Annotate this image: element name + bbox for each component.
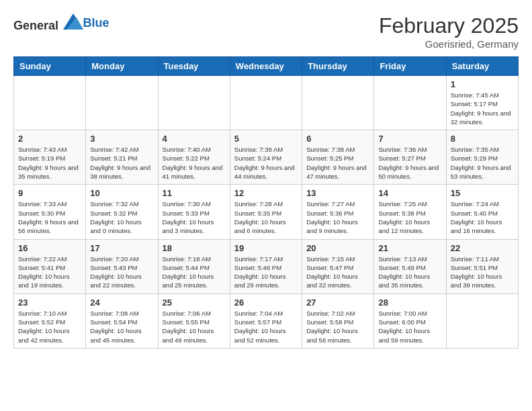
weekday-header: Wednesday: [230, 57, 302, 76]
calendar-cell: 12Sunrise: 7:28 AM Sunset: 5:35 PM Dayli…: [230, 185, 302, 239]
day-number: 23: [18, 298, 81, 308]
day-info: Sunrise: 7:43 AM Sunset: 5:19 PM Dayligh…: [18, 145, 81, 181]
day-info: Sunrise: 7:24 AM Sunset: 5:40 PM Dayligh…: [451, 199, 514, 235]
location: Goerisried, Germany: [379, 38, 519, 50]
day-number: 25: [163, 298, 226, 308]
calendar-header-row: SundayMondayTuesdayWednesdayThursdayFrid…: [14, 57, 519, 76]
day-info: Sunrise: 7:06 AM Sunset: 5:55 PM Dayligh…: [163, 309, 226, 345]
weekday-header: Monday: [86, 57, 158, 76]
day-number: 20: [306, 243, 369, 253]
calendar-cell: 18Sunrise: 7:18 AM Sunset: 5:44 PM Dayli…: [158, 239, 230, 293]
day-info: Sunrise: 7:04 AM Sunset: 5:57 PM Dayligh…: [234, 309, 298, 345]
day-info: Sunrise: 7:10 AM Sunset: 5:52 PM Dayligh…: [18, 309, 81, 345]
weekday-header: Sunday: [14, 57, 86, 76]
day-info: Sunrise: 7:00 AM Sunset: 6:00 PM Dayligh…: [378, 309, 441, 345]
day-number: 4: [163, 134, 226, 144]
logo-general: General: [13, 19, 58, 32]
calendar-cell: 8Sunrise: 7:35 AM Sunset: 5:29 PM Daylig…: [446, 130, 518, 185]
day-number: 24: [90, 298, 153, 308]
day-info: Sunrise: 7:15 AM Sunset: 5:47 PM Dayligh…: [306, 255, 369, 290]
day-info: Sunrise: 7:38 AM Sunset: 5:25 PM Dayligh…: [306, 145, 369, 181]
day-info: Sunrise: 7:36 AM Sunset: 5:27 PM Dayligh…: [378, 145, 441, 181]
logo-blue: Blue: [83, 16, 109, 30]
calendar-cell: 13Sunrise: 7:27 AM Sunset: 5:36 PM Dayli…: [302, 185, 374, 239]
calendar-cell: 22Sunrise: 7:11 AM Sunset: 5:51 PM Dayli…: [446, 239, 518, 293]
calendar-week-row: 9Sunrise: 7:33 AM Sunset: 5:30 PM Daylig…: [14, 185, 519, 239]
day-number: 3: [90, 134, 153, 144]
calendar-cell: [302, 76, 374, 130]
day-info: Sunrise: 7:22 AM Sunset: 5:41 PM Dayligh…: [18, 255, 81, 290]
day-number: 16: [18, 243, 81, 253]
day-number: 14: [378, 188, 441, 198]
calendar-cell: [14, 76, 86, 130]
day-number: 22: [451, 243, 514, 253]
day-info: Sunrise: 7:11 AM Sunset: 5:51 PM Dayligh…: [451, 255, 514, 290]
calendar-week-row: 2Sunrise: 7:43 AM Sunset: 5:19 PM Daylig…: [14, 130, 519, 185]
day-number: 12: [234, 188, 298, 198]
day-number: 18: [163, 243, 226, 253]
calendar-cell: 7Sunrise: 7:36 AM Sunset: 5:27 PM Daylig…: [374, 130, 446, 185]
calendar-cell: 6Sunrise: 7:38 AM Sunset: 5:25 PM Daylig…: [302, 130, 374, 185]
logo-icon: [63, 13, 83, 30]
day-info: Sunrise: 7:30 AM Sunset: 5:33 PM Dayligh…: [163, 199, 226, 235]
calendar-cell: 2Sunrise: 7:43 AM Sunset: 5:19 PM Daylig…: [14, 130, 86, 185]
day-number: 7: [378, 134, 441, 144]
calendar-cell: 19Sunrise: 7:17 AM Sunset: 5:46 PM Dayli…: [230, 239, 302, 293]
calendar-cell: [158, 76, 230, 130]
page-header: General Blue February 2025 Goerisried, G…: [13, 13, 519, 50]
day-info: Sunrise: 7:25 AM Sunset: 5:38 PM Dayligh…: [378, 199, 441, 235]
calendar-cell: 17Sunrise: 7:20 AM Sunset: 5:43 PM Dayli…: [86, 239, 158, 293]
calendar-cell: 26Sunrise: 7:04 AM Sunset: 5:57 PM Dayli…: [230, 293, 302, 348]
day-number: 19: [234, 243, 298, 253]
day-info: Sunrise: 7:27 AM Sunset: 5:36 PM Dayligh…: [306, 199, 369, 235]
day-info: Sunrise: 7:45 AM Sunset: 5:17 PM Dayligh…: [451, 91, 514, 126]
calendar-cell: 23Sunrise: 7:10 AM Sunset: 5:52 PM Dayli…: [14, 293, 86, 348]
day-info: Sunrise: 7:28 AM Sunset: 5:35 PM Dayligh…: [234, 199, 298, 235]
day-info: Sunrise: 7:42 AM Sunset: 5:21 PM Dayligh…: [90, 145, 153, 181]
day-number: 11: [163, 188, 226, 198]
calendar-cell: 15Sunrise: 7:24 AM Sunset: 5:40 PM Dayli…: [446, 185, 518, 239]
calendar-cell: 11Sunrise: 7:30 AM Sunset: 5:33 PM Dayli…: [158, 185, 230, 239]
day-info: Sunrise: 7:20 AM Sunset: 5:43 PM Dayligh…: [90, 255, 153, 290]
calendar-cell: 20Sunrise: 7:15 AM Sunset: 5:47 PM Dayli…: [302, 239, 374, 293]
calendar-cell: 4Sunrise: 7:40 AM Sunset: 5:22 PM Daylig…: [158, 130, 230, 185]
logo: General Blue: [13, 13, 109, 33]
calendar-cell: 24Sunrise: 7:08 AM Sunset: 5:54 PM Dayli…: [86, 293, 158, 348]
month-title: February 2025: [379, 13, 519, 38]
day-number: 15: [451, 188, 514, 198]
day-info: Sunrise: 7:39 AM Sunset: 5:24 PM Dayligh…: [234, 145, 298, 181]
calendar-cell: [446, 293, 518, 348]
calendar-cell: [374, 76, 446, 130]
calendar-cell: [230, 76, 302, 130]
day-number: 1: [451, 79, 514, 89]
day-number: 27: [306, 298, 369, 308]
day-number: 9: [18, 188, 81, 198]
day-number: 10: [90, 188, 153, 198]
calendar-cell: 9Sunrise: 7:33 AM Sunset: 5:30 PM Daylig…: [14, 185, 86, 239]
calendar-cell: 28Sunrise: 7:00 AM Sunset: 6:00 PM Dayli…: [374, 293, 446, 348]
calendar-cell: [86, 76, 158, 130]
calendar-cell: 16Sunrise: 7:22 AM Sunset: 5:41 PM Dayli…: [14, 239, 86, 293]
calendar-cell: 25Sunrise: 7:06 AM Sunset: 5:55 PM Dayli…: [158, 293, 230, 348]
title-section: February 2025 Goerisried, Germany: [379, 13, 519, 50]
day-number: 13: [306, 188, 369, 198]
day-info: Sunrise: 7:17 AM Sunset: 5:46 PM Dayligh…: [234, 255, 298, 290]
weekday-header: Saturday: [446, 57, 518, 76]
day-number: 6: [306, 134, 369, 144]
calendar-cell: 27Sunrise: 7:02 AM Sunset: 5:58 PM Dayli…: [302, 293, 374, 348]
calendar-cell: 10Sunrise: 7:32 AM Sunset: 5:32 PM Dayli…: [86, 185, 158, 239]
calendar-cell: 3Sunrise: 7:42 AM Sunset: 5:21 PM Daylig…: [86, 130, 158, 185]
calendar-week-row: 16Sunrise: 7:22 AM Sunset: 5:41 PM Dayli…: [14, 239, 519, 293]
weekday-header: Friday: [374, 57, 446, 76]
calendar-cell: 21Sunrise: 7:13 AM Sunset: 5:49 PM Dayli…: [374, 239, 446, 293]
weekday-header: Tuesday: [158, 57, 230, 76]
day-number: 28: [378, 298, 441, 308]
day-info: Sunrise: 7:02 AM Sunset: 5:58 PM Dayligh…: [306, 309, 369, 345]
calendar-week-row: 1Sunrise: 7:45 AM Sunset: 5:17 PM Daylig…: [14, 76, 519, 130]
calendar-cell: 5Sunrise: 7:39 AM Sunset: 5:24 PM Daylig…: [230, 130, 302, 185]
day-info: Sunrise: 7:08 AM Sunset: 5:54 PM Dayligh…: [90, 309, 153, 345]
day-info: Sunrise: 7:18 AM Sunset: 5:44 PM Dayligh…: [163, 255, 226, 290]
calendar-cell: 14Sunrise: 7:25 AM Sunset: 5:38 PM Dayli…: [374, 185, 446, 239]
day-number: 26: [234, 298, 298, 308]
day-info: Sunrise: 7:35 AM Sunset: 5:29 PM Dayligh…: [451, 145, 514, 181]
